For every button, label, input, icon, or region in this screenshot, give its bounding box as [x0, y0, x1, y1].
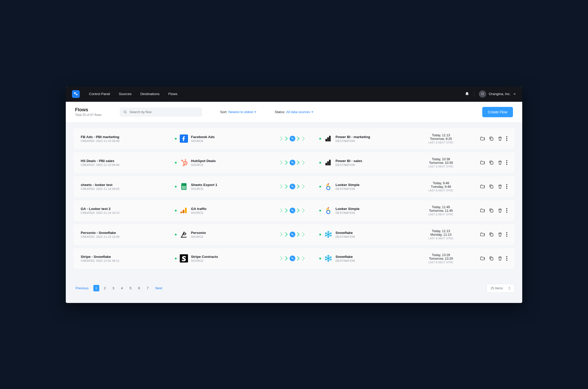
pager-page-7[interactable]: 7 [145, 285, 151, 291]
destination-label: DESTINATION [336, 259, 355, 262]
sheets-icon [180, 182, 188, 191]
account-selector[interactable]: O Orangina, Inc. [479, 90, 516, 98]
sync-cell: Today, 13:29 Tomorrow, 13:29 LAST & NEXT… [413, 253, 469, 264]
sync-cell: Today, 9:46 Tuesday, 9:46 LAST & NEXT SY… [413, 181, 469, 192]
status-label: Status: [275, 110, 285, 114]
kebab-menu[interactable] [506, 184, 507, 189]
flow-name-cell: FB Ads - PBI marketing CREATED: 2022-11-… [81, 135, 172, 142]
subheader: Flows Total 25 of 67 flows Sort: Newest … [66, 102, 522, 123]
pager-prev[interactable]: Previous [74, 285, 91, 291]
row-actions [472, 184, 507, 189]
flow-row[interactable]: HS Deals - PBI sales CREATED: 2022-11-19… [74, 152, 514, 173]
pager-page-2[interactable]: 2 [102, 285, 108, 291]
next-sync: Tomorrow, 8:25 [413, 137, 469, 141]
source-name: Stripe Contracts [191, 255, 218, 259]
sort-filter[interactable]: Sort: Newest to oldest [220, 110, 257, 114]
footer: Previous1234567Next 25 Items [66, 278, 522, 303]
sort-value: Newest to oldest [228, 110, 253, 114]
flow-bubble-icon [290, 136, 295, 141]
nav-sources[interactable]: Sources [119, 92, 132, 96]
destination-status-dot [319, 138, 321, 140]
destination-status-dot [319, 210, 321, 212]
pager-page-6[interactable]: 6 [136, 285, 142, 291]
next-sync: Tomorrow, 10:39 [413, 161, 469, 165]
destination-cell: Snowflake DESTINATION [319, 230, 410, 239]
trash-icon[interactable] [497, 256, 503, 261]
pager-next[interactable]: Next [153, 285, 164, 291]
next-sync: Monday, 11:13 [413, 233, 469, 236]
folder-plus-icon[interactable] [480, 208, 485, 213]
copy-icon[interactable] [489, 184, 494, 189]
status-value: All data sources [286, 110, 310, 114]
nav-flows[interactable]: Flows [168, 92, 177, 96]
destination-status-dot [319, 186, 321, 188]
flow-bubble-icon [290, 184, 295, 189]
last-sync: Today, 11:13 [413, 229, 469, 233]
row-actions [472, 160, 507, 165]
sort-arrows-icon [508, 286, 511, 290]
search-box[interactable] [120, 107, 202, 117]
flow-row[interactable]: GA - Looker test 2 CREATED: 2022-11-19 1… [74, 200, 514, 221]
trash-icon[interactable] [497, 208, 503, 213]
flow-row[interactable]: sheets - looker test CREATED: 2022-11-19… [74, 176, 514, 197]
source-status-dot [175, 138, 177, 140]
kebab-menu[interactable] [506, 160, 507, 165]
folder-plus-icon[interactable] [480, 256, 485, 261]
flow-bubble-icon [290, 160, 295, 165]
row-actions [472, 256, 507, 261]
looker-icon [324, 206, 332, 215]
nav-destinations[interactable]: Destinations [140, 92, 159, 96]
search-input[interactable] [129, 110, 198, 114]
source-cell: Sheets Export 1 SOURCE [175, 182, 266, 191]
pager-page-5[interactable]: 5 [128, 285, 134, 291]
bell-icon[interactable] [465, 92, 469, 96]
copy-icon[interactable] [489, 160, 494, 165]
pager-page-4[interactable]: 4 [119, 285, 125, 291]
snowflake-icon [324, 230, 332, 239]
folder-plus-icon[interactable] [480, 232, 485, 237]
nav-control-panel[interactable]: Control Panel [89, 92, 110, 96]
row-actions [472, 136, 507, 141]
trash-icon[interactable] [497, 136, 503, 141]
last-sync: Today, 13:29 [413, 253, 469, 257]
caret-down-icon [254, 111, 257, 113]
svg-rect-11 [491, 186, 493, 188]
trash-icon[interactable] [497, 232, 503, 237]
sync-label: LAST & NEXT SYNC [413, 189, 469, 192]
flow-row[interactable]: FB Ads - PBI marketing CREATED: 2022-11-… [74, 128, 514, 149]
status-filter[interactable]: Status: All data sources [275, 110, 314, 114]
kebab-menu[interactable] [506, 256, 507, 261]
search-icon [123, 110, 127, 114]
folder-plus-icon[interactable] [480, 184, 485, 189]
powerbi-icon [324, 134, 332, 143]
kebab-menu[interactable] [506, 136, 507, 141]
flow-bubble-icon [290, 232, 295, 237]
pager-page-3[interactable]: 3 [110, 285, 116, 291]
flow-name: GA - Looker test 2 [81, 207, 172, 211]
sync-label: LAST & NEXT SYNC [413, 165, 469, 168]
source-name: HubSpot Deals [191, 159, 216, 163]
per-page-label: 25 Items [491, 286, 503, 290]
flow-row[interactable]: Personio - Snowflake CREATED: 2022-11-23… [74, 224, 514, 245]
trash-icon[interactable] [497, 160, 503, 165]
copy-icon[interactable] [489, 136, 494, 141]
folder-plus-icon[interactable] [480, 136, 485, 141]
copy-icon[interactable] [489, 208, 494, 213]
topbar: Control Panel Sources Destinations Flows… [66, 86, 522, 102]
source-label: SOURCE [191, 139, 215, 142]
source-cell: GA traffic SOURCE [175, 206, 266, 215]
trash-icon[interactable] [497, 184, 503, 189]
create-flow-button[interactable]: Create Flow [482, 107, 513, 117]
flow-row[interactable]: Stripe - Snowflake CREATED: 2022-12-01 0… [74, 248, 514, 269]
kebab-menu[interactable] [506, 208, 507, 213]
logo-icon [74, 92, 78, 96]
app-logo[interactable] [72, 90, 80, 98]
pager-page-1[interactable]: 1 [93, 285, 99, 291]
copy-icon[interactable] [489, 256, 494, 261]
destination-status-dot [319, 258, 321, 259]
per-page-selector[interactable]: 25 Items [487, 284, 514, 293]
copy-icon[interactable] [489, 232, 494, 237]
kebab-menu[interactable] [506, 232, 507, 237]
folder-plus-icon[interactable] [480, 160, 485, 165]
flow-arrow [269, 232, 316, 237]
